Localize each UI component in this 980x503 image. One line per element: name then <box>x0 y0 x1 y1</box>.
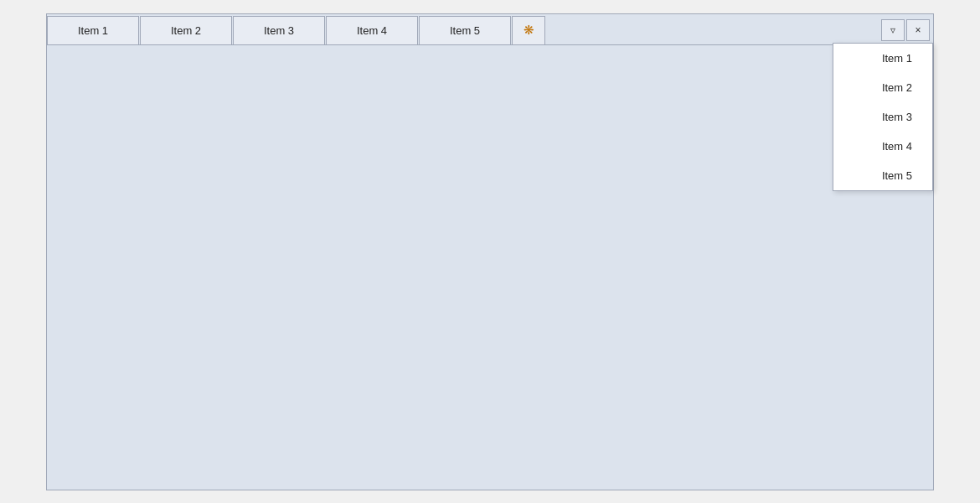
tab-container: Item 1Item 2Item 3Item 4Item 5 ❋ ▿ × Ite… <box>46 13 934 490</box>
dropdown-item-drop5[interactable]: Item 5 <box>833 161 932 190</box>
dropdown-item-drop1[interactable]: Item 1 <box>833 44 932 73</box>
dropdown-item-drop4[interactable]: Item 4 <box>833 132 932 161</box>
dropdown-item-drop3[interactable]: Item 3 <box>833 102 932 132</box>
tab-tab4[interactable]: Item 4 <box>326 16 418 44</box>
dropdown-icon: ▿ <box>890 24 895 36</box>
tab-dropdown-menu: Item 1Item 2Item 3Item 4Item 5 <box>833 43 933 191</box>
dropdown-toggle-button[interactable]: ▿ <box>881 19 905 41</box>
new-tab-button[interactable]: ❋ <box>512 16 545 44</box>
new-tab-icon: ❋ <box>524 23 534 38</box>
tab-tab1[interactable]: Item 1 <box>47 16 139 44</box>
tab-bar: Item 1Item 2Item 3Item 4Item 5 ❋ ▿ × Ite… <box>47 14 933 45</box>
close-all-button[interactable]: × <box>906 19 930 41</box>
tab-content-area <box>47 45 933 490</box>
tab-tab3[interactable]: Item 3 <box>233 16 325 44</box>
dropdown-item-drop2[interactable]: Item 2 <box>833 73 932 102</box>
tab-tab2[interactable]: Item 2 <box>140 16 232 44</box>
close-icon: × <box>915 24 921 36</box>
tab-controls: ▿ × Item 1Item 2Item 3Item 4Item 5 <box>881 16 933 44</box>
tab-tab5[interactable]: Item 5 <box>419 16 511 44</box>
